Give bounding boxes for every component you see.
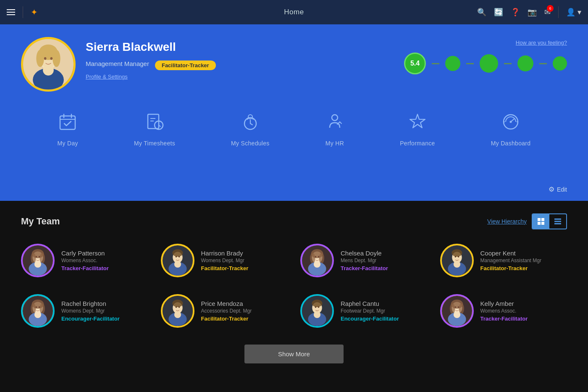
svg-point-7 <box>50 57 53 60</box>
view-toggle <box>532 213 567 229</box>
performance-label: Performance <box>400 140 435 147</box>
mail-icon[interactable]: ✉ 6 <box>544 8 551 17</box>
nav-my-dashboard[interactable]: My Dashboard <box>491 113 531 147</box>
search-icon[interactable]: 🔍 <box>477 8 486 17</box>
nav-my-hr[interactable]: My HR <box>326 113 344 147</box>
member-role-1: Facilitator-Tracker <box>201 265 249 271</box>
team-header-right: View Hierarchy <box>487 213 567 229</box>
member-avatar-1 <box>161 244 194 277</box>
topbar-title: Home <box>284 8 304 16</box>
mail-badge: 6 <box>547 5 554 12</box>
member-dept-4: Womens Dept. Mgr <box>61 308 120 314</box>
svg-point-26 <box>332 115 338 121</box>
svg-point-108 <box>449 303 455 314</box>
member-info-2: Chelsea Doyle Mens Dept. Mgr Tracker-Fac… <box>341 250 388 271</box>
member-name-7: Kelly Amber <box>480 300 528 307</box>
svg-point-51 <box>34 261 41 268</box>
team-member-1[interactable]: Harrison Brady Womens Dept. Mgr Facilita… <box>161 239 288 282</box>
edit-gear-icon: ⚙ <box>549 185 554 193</box>
member-name-1: Harrison Brady <box>201 250 249 257</box>
feeling-dot-5[interactable] <box>553 56 567 71</box>
svg-rect-38 <box>541 222 544 225</box>
feeling-score[interactable]: 5.4 <box>404 53 426 74</box>
member-name-5: Price Mendoza <box>201 300 252 307</box>
member-avatar-5 <box>161 294 194 328</box>
my-day-icon <box>58 113 77 135</box>
member-role-5: Facilitator-Tracker <box>201 316 252 322</box>
svg-point-56 <box>175 256 177 258</box>
team-member-3[interactable]: Cooper Kent Management Assistant Mgr Fac… <box>440 239 567 282</box>
camera-icon[interactable]: 📷 <box>528 8 537 17</box>
user-name: Sierra Blackwell <box>86 40 216 54</box>
show-more-button[interactable]: Show More <box>244 345 344 363</box>
nav-performance[interactable]: Performance <box>400 113 435 147</box>
team-header: My Team View Hierarchy <box>21 213 567 229</box>
svg-rect-39 <box>554 218 561 220</box>
view-hierarchy-link[interactable]: View Hierarchy <box>487 218 527 225</box>
team-member-6[interactable]: Raphel Cantu Footwear Dept. Mgr Encourag… <box>300 290 428 332</box>
member-info-3: Cooper Kent Management Assistant Mgr Fac… <box>480 250 541 271</box>
member-dept-0: Womens Assoc. <box>61 258 109 263</box>
svg-point-66 <box>315 256 317 258</box>
topbar-right: 🔍 🔄 ❓ 📷 ✉ 6 👤 ▾ <box>477 6 581 18</box>
svg-point-100 <box>315 306 317 308</box>
svg-point-4 <box>36 50 44 67</box>
team-member-5[interactable]: Price Mendoza Accessories Dept. Mgr Faci… <box>161 290 288 332</box>
my-timesheets-label: My Timesheets <box>134 140 175 147</box>
feeling-line-1 <box>432 63 439 64</box>
svg-point-46 <box>31 253 36 263</box>
edit-label: Edit <box>557 186 567 193</box>
team-member-7[interactable]: Kelly Amber Womens Assoc. Tracker-Facili… <box>440 290 567 332</box>
user-avatar <box>21 37 76 92</box>
feeling-section: How are you feeling? 5.4 <box>404 39 567 74</box>
member-name-3: Cooper Kent <box>480 250 541 257</box>
svg-point-82 <box>31 303 36 314</box>
hero-nav: My Day My Timesheets <box>21 113 567 147</box>
member-dept-3: Management Assistant Mgr <box>480 258 541 263</box>
svg-line-28 <box>340 122 341 124</box>
member-role-4: Encourager-Facilitator <box>61 316 120 322</box>
svg-point-64 <box>310 253 315 263</box>
svg-point-83 <box>40 303 45 314</box>
topbar-left: ✦ <box>7 6 38 18</box>
svg-point-48 <box>36 256 37 258</box>
nav-my-day[interactable]: My Day <box>58 113 78 147</box>
svg-point-74 <box>454 256 456 258</box>
my-dashboard-icon <box>501 113 520 135</box>
svg-point-47 <box>40 253 45 263</box>
feeling-dot-2[interactable] <box>445 56 460 71</box>
svg-point-6 <box>44 57 47 60</box>
svg-point-9 <box>43 65 54 76</box>
hamburger-menu-icon[interactable] <box>7 9 15 15</box>
refresh-icon[interactable]: 🔄 <box>494 8 503 17</box>
member-avatar-3 <box>440 244 474 277</box>
user-icon[interactable]: 👤 ▾ <box>566 8 581 17</box>
feeling-dot-4[interactable] <box>517 55 533 71</box>
help-icon[interactable]: ❓ <box>511 8 520 17</box>
show-more-row: Show More <box>21 345 567 363</box>
svg-point-103 <box>314 311 320 318</box>
list-view-button[interactable] <box>549 214 566 229</box>
my-dashboard-label: My Dashboard <box>491 140 531 147</box>
member-name-2: Chelsea Doyle <box>341 250 388 257</box>
member-info-1: Harrison Brady Womens Dept. Mgr Facilita… <box>201 250 249 271</box>
nav-my-timesheets[interactable]: My Timesheets <box>134 113 175 147</box>
profile-settings-link[interactable]: Profile & Settings <box>86 74 216 80</box>
feeling-dot-3[interactable] <box>480 54 498 73</box>
svg-rect-41 <box>554 223 561 224</box>
member-avatar-7 <box>440 294 474 328</box>
grid-view-button[interactable] <box>533 214 549 229</box>
feeling-line-2 <box>466 63 474 64</box>
hero-section: Sierra Blackwell Management Manager Faci… <box>0 24 588 201</box>
edit-button[interactable]: ⚙ Edit <box>549 185 567 193</box>
member-avatar-4 <box>21 294 55 328</box>
svg-rect-37 <box>538 222 541 225</box>
team-member-2[interactable]: Chelsea Doyle Mens Dept. Mgr Tracker-Fac… <box>300 239 428 282</box>
nav-my-schedules[interactable]: My Schedules <box>231 113 270 147</box>
member-dept-6: Footwear Dept. Mgr <box>341 308 399 314</box>
member-dept-7: Womens Assoc. <box>480 308 528 314</box>
team-member-0[interactable]: Carly Patterson Womens Assoc. Tracker-Fa… <box>21 239 148 282</box>
feeling-link[interactable]: How are you feeling? <box>404 39 567 46</box>
svg-point-92 <box>175 306 177 308</box>
team-member-4[interactable]: Rachel Brighton Womens Dept. Mgr Encoura… <box>21 290 148 332</box>
